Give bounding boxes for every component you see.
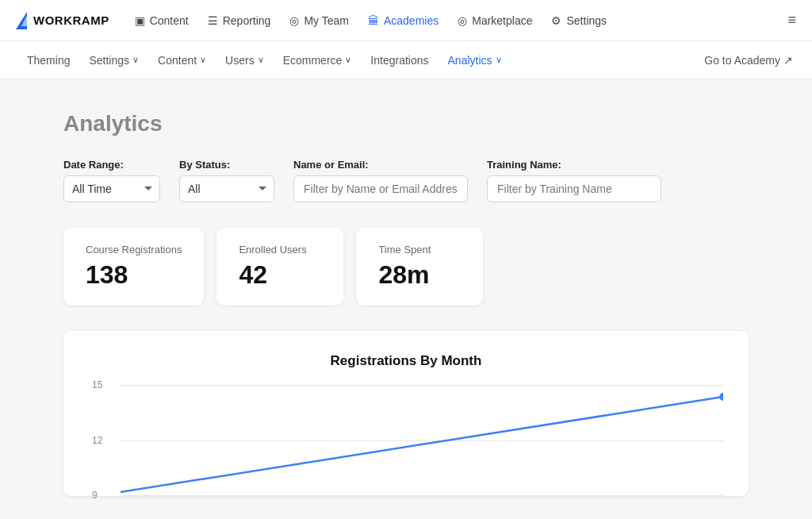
settings-icon: ⚙ bbox=[551, 14, 561, 27]
stat-cards: Course Registrations 138 Enrolled Users … bbox=[63, 228, 749, 306]
date-range-label: Date Range: bbox=[63, 159, 160, 171]
page-title: Analytics bbox=[63, 111, 749, 136]
stat-card-time-spent: Time Spent 28m bbox=[356, 228, 483, 306]
name-email-input[interactable] bbox=[293, 175, 468, 202]
logo[interactable]: WORKRAMP bbox=[16, 12, 109, 29]
course-registrations-value: 138 bbox=[86, 260, 182, 290]
training-name-label: Training Name: bbox=[487, 159, 661, 171]
reporting-icon: ☰ bbox=[208, 14, 218, 27]
chevron-down-icon: ∨ bbox=[345, 55, 351, 65]
name-email-label: Name or Email: bbox=[293, 159, 468, 171]
go-to-academy-link[interactable]: Go to Academy ↗ bbox=[704, 54, 793, 67]
nav-academies[interactable]: 🏛 Academies bbox=[368, 11, 439, 30]
hamburger-menu[interactable]: ≡ bbox=[787, 12, 796, 29]
svg-point-1 bbox=[719, 393, 723, 401]
nav-settings[interactable]: ⚙ Settings bbox=[551, 11, 607, 30]
sec-nav-analytics[interactable]: Analytics ∨ bbox=[440, 51, 510, 70]
chevron-down-icon: ∨ bbox=[200, 55, 206, 65]
chart-card: Registrations By Month 15 12 9 bbox=[63, 331, 749, 496]
nav-marketplace[interactable]: ◎ Marketplace bbox=[458, 11, 532, 30]
stat-card-enrolled-users: Enrolled Users 42 bbox=[216, 228, 343, 306]
filter-row: Date Range: All Time Last 7 Days Last 30… bbox=[63, 159, 749, 202]
enrolled-users-value: 42 bbox=[239, 260, 321, 290]
academies-icon: 🏛 bbox=[368, 14, 379, 27]
chevron-down-icon: ∨ bbox=[132, 55, 139, 65]
chevron-down-icon: ∨ bbox=[258, 55, 264, 65]
external-link-icon: ↗ bbox=[783, 54, 793, 67]
sec-nav-content[interactable]: Content ∨ bbox=[150, 51, 214, 70]
chevron-down-icon: ∨ bbox=[496, 55, 502, 65]
sec-nav-settings[interactable]: Settings ∨ bbox=[81, 51, 147, 70]
by-status-filter: By Status: All Active Inactive Completed bbox=[179, 159, 274, 202]
sec-nav-integrations[interactable]: Integrations bbox=[362, 51, 436, 70]
course-registrations-label: Course Registrations bbox=[86, 244, 182, 256]
enrolled-users-label: Enrolled Users bbox=[239, 244, 321, 256]
content-icon: ▣ bbox=[135, 14, 145, 27]
training-name-input[interactable] bbox=[487, 175, 661, 202]
gridline-label-15: 15 bbox=[92, 379, 102, 390]
main-content: Analytics Date Range: All Time Last 7 Da… bbox=[0, 79, 812, 519]
gridline-label-9: 9 bbox=[92, 490, 98, 501]
chart-svg bbox=[121, 385, 723, 496]
chart-area: 15 12 9 bbox=[89, 385, 723, 496]
by-status-select[interactable]: All Active Inactive Completed bbox=[179, 175, 274, 202]
time-spent-value: 28m bbox=[378, 260, 461, 290]
logo-icon bbox=[16, 12, 27, 29]
nav-myteam[interactable]: ◎ My Team bbox=[289, 11, 349, 30]
name-email-filter: Name or Email: bbox=[293, 159, 468, 202]
by-status-label: By Status: bbox=[179, 159, 274, 171]
stat-card-course-registrations: Course Registrations 138 bbox=[63, 228, 204, 306]
date-range-select[interactable]: All Time Last 7 Days Last 30 Days Last 9… bbox=[63, 175, 160, 202]
sec-nav-ecommerce[interactable]: Ecommerce ∨ bbox=[275, 51, 360, 70]
sec-nav-users[interactable]: Users ∨ bbox=[217, 51, 272, 70]
myteam-icon: ◎ bbox=[289, 14, 299, 27]
sec-nav-theming[interactable]: Theming bbox=[19, 51, 78, 70]
nav-reporting[interactable]: ☰ Reporting bbox=[208, 11, 271, 30]
svg-line-0 bbox=[121, 397, 723, 492]
brand-name: WORKRAMP bbox=[33, 13, 109, 27]
secondary-navigation: Theming Settings ∨ Content ∨ Users ∨ Eco… bbox=[0, 41, 812, 79]
top-navigation: WORKRAMP ▣ Content ☰ Reporting ◎ My Team… bbox=[0, 0, 812, 41]
time-spent-label: Time Spent bbox=[378, 244, 461, 256]
date-range-filter: Date Range: All Time Last 7 Days Last 30… bbox=[63, 159, 160, 202]
nav-content[interactable]: ▣ Content bbox=[135, 11, 189, 30]
training-name-filter: Training Name: bbox=[487, 159, 661, 202]
chart-title: Registrations By Month bbox=[89, 353, 723, 369]
marketplace-icon: ◎ bbox=[458, 14, 467, 27]
gridline-label-12: 12 bbox=[92, 435, 102, 446]
